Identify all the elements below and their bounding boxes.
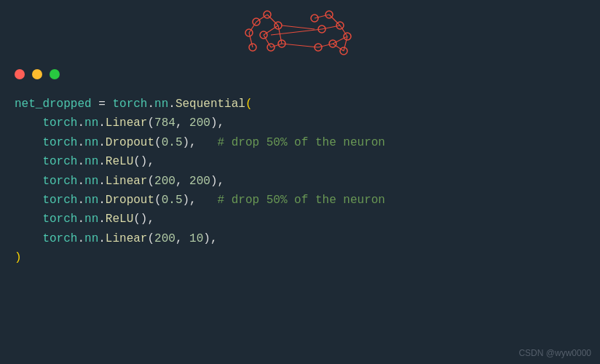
- code-token: ,: [175, 172, 189, 191]
- code-token: ),: [182, 133, 217, 152]
- code-line-9: ): [15, 248, 585, 267]
- code-token: 200: [189, 172, 210, 191]
- code-token: nn: [154, 95, 168, 114]
- svg-line-25: [282, 44, 318, 47]
- svg-line-28: [329, 15, 340, 25]
- code-token: .: [98, 210, 106, 229]
- code-line-5: torch . nn . Linear ( 200 , 200 ),: [15, 172, 585, 191]
- code-token: nn: [84, 229, 98, 248]
- close-button[interactable]: [15, 69, 25, 79]
- svg-line-31: [333, 36, 347, 44]
- network-diagram: [242, 7, 358, 62]
- code-line-4: torch . nn . ReLU (),: [15, 152, 585, 171]
- code-token: ),: [182, 191, 217, 210]
- code-token: # drop 50% of the neuron: [218, 133, 385, 152]
- code-token: (),: [133, 152, 154, 171]
- code-token: torch: [42, 114, 77, 132]
- code-token: torch: [42, 210, 77, 229]
- code-token: Dropout: [106, 133, 154, 152]
- code-token: torch: [42, 229, 77, 248]
- code-token: ReLU: [106, 152, 133, 171]
- code-token: ): [15, 248, 22, 267]
- svg-line-19: [264, 25, 278, 35]
- code-token: 200: [189, 114, 210, 132]
- code-token: [15, 114, 42, 132]
- code-token: nn: [84, 114, 98, 132]
- code-line-7: torch . nn . ReLU (),: [15, 210, 585, 229]
- code-line-2: torch . nn . Linear ( 784 , 200 ),: [15, 114, 585, 132]
- watermark: CSDN @wyw0000: [518, 348, 591, 358]
- code-token: .: [98, 114, 106, 132]
- code-token: .: [77, 133, 84, 152]
- code-token: ),: [210, 172, 224, 191]
- code-token: torch: [42, 133, 77, 152]
- code-token: nn: [84, 152, 98, 171]
- code-token: torch: [112, 95, 147, 114]
- code-token: 784: [154, 114, 175, 132]
- code-token: 0.5: [162, 191, 183, 210]
- code-token: .: [77, 114, 84, 132]
- code-token: torch: [42, 191, 77, 210]
- code-token: ),: [210, 114, 224, 132]
- code-token: Linear: [106, 114, 148, 132]
- code-token: Linear: [106, 172, 148, 191]
- code-token: .: [98, 133, 106, 152]
- code-token: .: [77, 229, 84, 248]
- code-token: Linear: [106, 229, 148, 248]
- code-token: ReLU: [106, 210, 133, 229]
- code-token: [15, 152, 42, 171]
- traffic-lights: [15, 69, 60, 79]
- code-token: ),: [203, 229, 217, 248]
- code-token: Sequential: [175, 95, 245, 114]
- code-line-8: torch . nn . Linear ( 200 , 10 ),: [15, 229, 585, 248]
- code-token: [15, 210, 42, 229]
- code-token: [15, 172, 42, 191]
- code-token: 0.5: [162, 133, 183, 152]
- code-token: .: [77, 210, 84, 229]
- code-token: .: [77, 152, 84, 171]
- editor-window: net_dropped = torch . nn . Sequential ( …: [0, 0, 600, 364]
- code-token: 200: [154, 172, 175, 191]
- code-token: (: [147, 114, 154, 132]
- code-token: .: [147, 95, 154, 114]
- svg-line-26: [271, 29, 322, 35]
- code-token: .: [77, 191, 84, 210]
- code-token: nn: [84, 210, 98, 229]
- code-token: torch: [42, 172, 77, 191]
- code-token: .: [77, 172, 84, 191]
- code-token: [15, 191, 42, 210]
- code-token: (: [154, 191, 162, 210]
- code-token: (),: [133, 210, 154, 229]
- code-token: [15, 229, 42, 248]
- code-token: ,: [175, 229, 189, 248]
- code-token: # drop 50% of the neuron: [218, 191, 385, 210]
- code-token: 10: [189, 229, 203, 248]
- code-token: nn: [84, 172, 98, 191]
- code-token: .: [98, 191, 106, 210]
- code-token: (: [147, 229, 154, 248]
- code-token: nn: [84, 191, 98, 210]
- code-token: torch: [42, 152, 77, 171]
- code-token: =: [92, 95, 113, 114]
- code-token: .: [168, 95, 175, 114]
- code-token: Dropout: [106, 191, 154, 210]
- code-editor: net_dropped = torch . nn . Sequential ( …: [15, 95, 585, 342]
- code-line-6: torch . nn . Dropout ( 0.5 ), # drop 50%…: [15, 191, 585, 210]
- code-token: nn: [84, 133, 98, 152]
- code-token: .: [98, 152, 106, 171]
- svg-line-24: [282, 25, 315, 29]
- code-line-3: torch . nn . Dropout ( 0.5 ), # drop 50%…: [15, 133, 585, 152]
- code-token: (: [147, 172, 154, 191]
- code-token: [15, 133, 42, 152]
- code-token: (: [245, 95, 253, 114]
- code-token: 200: [154, 229, 175, 248]
- maximize-button[interactable]: [50, 69, 60, 79]
- code-token: net_dropped: [15, 95, 92, 114]
- code-token: ,: [175, 114, 189, 132]
- code-line-1: net_dropped = torch . nn . Sequential (: [15, 95, 585, 114]
- minimize-button[interactable]: [32, 69, 42, 79]
- code-token: (: [154, 133, 162, 152]
- code-token: .: [98, 172, 106, 191]
- svg-line-18: [267, 15, 278, 25]
- code-token: .: [98, 229, 106, 248]
